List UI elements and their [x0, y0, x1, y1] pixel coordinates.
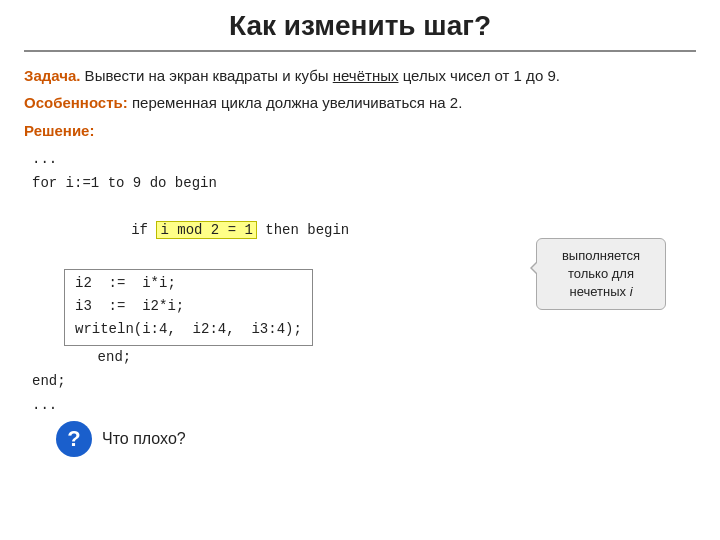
- code-inner-box: i2 := i*i; i3 := i2*i; writeln(i:4, i2:4…: [64, 269, 313, 346]
- question-text: Что плохо?: [102, 430, 186, 448]
- feature-line: Особенность: переменная цикла должна уве…: [24, 91, 696, 114]
- code-i2: i2 := i*i;: [75, 272, 302, 295]
- solution-label-line: Решение:: [24, 119, 696, 142]
- code-dots1: ...: [32, 148, 696, 172]
- task-text: Вывести на экран квадраты и кубы: [80, 67, 332, 84]
- code-for: for i:=1 to 9 do begin: [32, 172, 696, 196]
- callout-line2: только для: [568, 266, 634, 281]
- code-writeln: writeln(i:4, i2:4, i3:4);: [75, 318, 302, 341]
- page-title: Как изменить шаг?: [24, 10, 696, 52]
- solution-label: Решение:: [24, 122, 94, 139]
- callout-bubble: выполняется только для нечетных i: [536, 238, 666, 311]
- code-i3: i3 := i2*i;: [75, 295, 302, 318]
- task-label: Задача.: [24, 67, 80, 84]
- question-row: ? Что плохо?: [56, 421, 696, 457]
- feature-label: Особенность:: [24, 94, 128, 111]
- feature-text: переменная цикла должна увеличиваться на…: [128, 94, 463, 111]
- task-underline: нечётных: [333, 67, 399, 84]
- question-icon: ?: [56, 421, 92, 457]
- code-end-inner: end;: [64, 346, 696, 370]
- code-end-outer: end;: [32, 370, 696, 394]
- code-to: to: [108, 175, 125, 191]
- callout-line3: нечетных: [569, 284, 629, 299]
- code-if-highlight: i mod 2 = 1: [156, 221, 256, 239]
- task-line: Задача. Вывести на экран квадраты и кубы…: [24, 64, 696, 87]
- code-outer: ... for i:=1 to 9 do begin if i mod 2 = …: [24, 148, 696, 458]
- task-text2: целых чисел от 1 до 9.: [398, 67, 559, 84]
- page: Как изменить шаг? Задача. Вывести на экр…: [0, 0, 720, 540]
- callout-italic: i: [630, 284, 633, 299]
- callout-line1: выполняется: [562, 248, 640, 263]
- code-dots2: ...: [32, 394, 696, 418]
